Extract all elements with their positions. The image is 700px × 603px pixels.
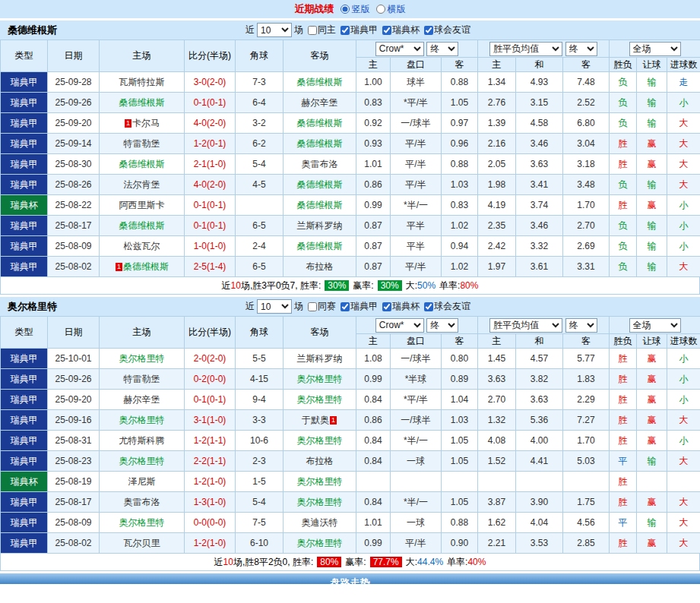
horizontal-radio-input[interactable] xyxy=(376,5,385,14)
home-team[interactable]: 特雷勒堡 xyxy=(100,369,185,390)
layout-vertical-radio[interactable]: 竖版 xyxy=(340,3,370,16)
home-win-odds: 2.42 xyxy=(478,236,516,257)
filter-same-comp[interactable]: 同赛 xyxy=(308,300,336,313)
friendly-checkbox[interactable] xyxy=(424,302,433,311)
home-team[interactable]: 桑德维根斯 xyxy=(100,154,185,175)
handicap-home-odds: 0.84 xyxy=(356,492,391,513)
away-team[interactable]: 奥迪沃特 xyxy=(283,513,356,533)
filter-same-home[interactable]: 同主 xyxy=(308,24,336,36)
home-team[interactable]: 松兹瓦尔 xyxy=(100,236,185,257)
handicap-line: 一/球半 xyxy=(391,113,442,134)
handicap-away-odds: 1.05 xyxy=(442,492,478,513)
away-team[interactable]: 桑德维根斯 xyxy=(283,134,356,154)
layout-horizontal-radio[interactable]: 横版 xyxy=(376,3,406,16)
vertical-radio-input[interactable] xyxy=(340,5,350,14)
goals-result-cell: 大 xyxy=(667,451,700,472)
home-team[interactable]: 奥尔格里特 xyxy=(100,451,185,472)
away-team[interactable]: 桑德维根斯 xyxy=(283,195,356,216)
home-team[interactable]: 阿西里斯卡 xyxy=(100,195,185,216)
home-team[interactable]: 奥尔格里特 xyxy=(100,349,185,369)
away-team[interactable]: 奥尔格里特 xyxy=(283,472,356,492)
match-row: 瑞典甲 25-09-20 赫尔辛堡 0-1(0-1) 9-4 奥尔格里特 0.8… xyxy=(1,390,700,410)
away-team[interactable]: 奥尔格里特 xyxy=(283,533,356,554)
filter-league[interactable]: 瑞典甲 xyxy=(340,300,378,313)
home-team[interactable]: 法尔肯堡 xyxy=(100,175,185,195)
cup-checkbox[interactable] xyxy=(382,302,391,311)
filter-friendly[interactable]: 球会友谊 xyxy=(424,300,470,313)
away-team[interactable]: 布拉格 xyxy=(283,451,356,472)
away-win-odds: 2.70 xyxy=(563,216,610,236)
score: 3-0(2-0) xyxy=(185,72,236,93)
filter-cup[interactable]: 瑞典杯 xyxy=(382,24,420,36)
away-team[interactable]: 于默奥1 xyxy=(283,410,356,431)
handicap-home-odds: 0.99 xyxy=(356,533,391,554)
league-badge: 瑞典杯 xyxy=(1,195,48,216)
home-team[interactable]: 赫尔辛堡 xyxy=(100,390,185,410)
home-team[interactable]: 瓦尔贝里 xyxy=(100,533,185,554)
corner-score: 10-6 xyxy=(236,431,283,451)
corner-score: 6-4 xyxy=(236,93,283,113)
away-team[interactable]: 奥尔格里特 xyxy=(283,431,356,451)
filter-cup[interactable]: 瑞典杯 xyxy=(382,300,420,313)
handicap-home-odds: 0.84 xyxy=(356,390,391,410)
away-team[interactable]: 布拉格 xyxy=(283,257,356,277)
home-team[interactable]: 桑德维根斯 xyxy=(100,93,185,113)
goals-result-cell: 小 xyxy=(667,236,700,257)
away-team[interactable]: 桑德维根斯 xyxy=(283,113,356,134)
odds-time-select[interactable]: 终 xyxy=(426,42,458,56)
odds-time-select[interactable]: 终 xyxy=(426,318,458,333)
odds-type-select[interactable]: 胜平负均值 xyxy=(489,318,562,333)
odds-type-select[interactable]: 胜平负均值 xyxy=(489,42,562,56)
home-team[interactable]: 桑德维根斯 xyxy=(100,216,185,236)
handicap-line: *半/一 xyxy=(391,431,442,451)
away-team[interactable]: 奥尔格里特 xyxy=(283,492,356,513)
away-team[interactable]: 兰斯科罗纳 xyxy=(283,216,356,236)
home-team[interactable]: 奥尔格里特 xyxy=(100,410,185,431)
same-comp-checkbox[interactable] xyxy=(308,302,317,311)
home-team[interactable]: 1桑德维根斯 xyxy=(100,257,185,277)
home-team[interactable]: 瓦斯特拉斯 xyxy=(100,72,185,93)
sub-col-ah-away: 客 xyxy=(442,334,478,349)
europe-odds-header: 胜平负均值 终 xyxy=(478,317,610,334)
filter-league[interactable]: 瑞典甲 xyxy=(340,24,378,36)
home-team[interactable]: 尤特斯科腾 xyxy=(100,431,185,451)
corner-score: 3-2 xyxy=(236,113,283,134)
away-team[interactable]: 奥尔格里特 xyxy=(283,390,356,410)
away-team[interactable]: 桑德维根斯 xyxy=(283,236,356,257)
league-checkbox[interactable] xyxy=(340,302,350,311)
scope-select[interactable]: 全场 xyxy=(629,42,681,56)
red-card-icon: 1 xyxy=(125,119,131,128)
sub-col-result: 胜负 xyxy=(610,58,637,72)
handicap-line: 一/球半 xyxy=(391,410,442,431)
home-team[interactable]: 特雷勒堡 xyxy=(100,134,185,154)
home-team[interactable]: 泽尼斯 xyxy=(100,472,185,492)
bookmaker-select[interactable]: Crow* xyxy=(375,318,424,333)
home-win-odds: 4.08 xyxy=(478,431,516,451)
bookmaker-select[interactable]: Crow* xyxy=(375,42,424,56)
home-team[interactable]: 奥尔格里特 xyxy=(100,513,185,533)
match-date: 25-08-22 xyxy=(48,195,100,216)
friendly-checkbox[interactable] xyxy=(424,26,433,35)
result-cell: 胜 xyxy=(610,472,637,492)
home-team[interactable]: 奥雷布洛 xyxy=(100,492,185,513)
handicap-home-odds: 0.92 xyxy=(356,113,391,134)
away-team[interactable]: 桑德维根斯 xyxy=(283,175,356,195)
europe-time-select[interactable]: 终 xyxy=(565,318,597,333)
same-home-checkbox[interactable] xyxy=(308,26,317,35)
away-team[interactable]: 赫尔辛堡 xyxy=(283,93,356,113)
filter-friendly[interactable]: 球会友谊 xyxy=(424,24,470,36)
away-team[interactable]: 奥尔格里特 xyxy=(283,369,356,390)
europe-time-select[interactable]: 终 xyxy=(565,42,597,56)
away-team[interactable]: 兰斯科罗纳 xyxy=(283,349,356,369)
handicap-result-cell: 输 xyxy=(637,216,667,236)
away-team[interactable]: 奥雷布洛 xyxy=(283,154,356,175)
home-team[interactable]: 1卡尔马 xyxy=(100,113,185,134)
recent-count-select[interactable]: 10 xyxy=(257,23,292,37)
scope-select[interactable]: 全场 xyxy=(629,318,681,333)
cup-checkbox[interactable] xyxy=(382,26,391,35)
recent-count-select[interactable]: 10 xyxy=(257,299,292,314)
league-checkbox[interactable] xyxy=(340,26,350,35)
page-title: 近期战绩 xyxy=(295,2,334,16)
league-badge: 瑞典杯 xyxy=(1,472,48,492)
away-team[interactable]: 桑德维根斯 xyxy=(283,72,356,93)
